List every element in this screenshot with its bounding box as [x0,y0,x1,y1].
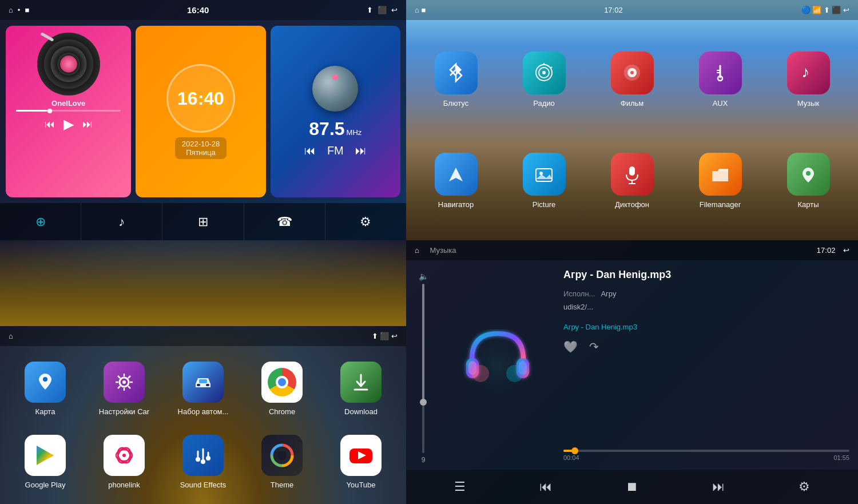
nav-phone[interactable]: ☎ [244,203,325,240]
launcher-theme[interactable]: Theme [245,435,319,489]
svg-point-9 [630,71,634,74]
artist-value: Агру [601,289,616,298]
prev-track-button[interactable]: ⏮ [539,479,552,494]
window-icon[interactable]: ⬛ [378,6,387,14]
artist-label: Исполн... [563,289,595,298]
app-navigator-label: Навигатор [438,200,474,209]
launcher-phonelink-label: phonelink [108,481,140,489]
launcher-gplay-label: Google Play [25,481,66,489]
nav-settings[interactable]: ⚙ [325,203,406,240]
picture-icon [523,153,566,196]
bluetooth-icon [435,51,478,94]
svg-rect-33 [197,384,200,386]
app-dictaphone[interactable]: Диктофон [591,153,673,209]
player-song-info: Агру - Dan Henig.mp3 Исполн... Агру udis… [563,266,849,464]
svg-point-49 [277,451,287,460]
back-icon[interactable]: ↩ [391,6,398,14]
app-aux[interactable]: AUX [679,51,761,108]
window-q2-icon[interactable]: ⬛ [832,6,841,14]
share-button[interactable]: ↷ [589,340,599,354]
song-meta: Исполн... Агру udisk2/... [563,289,849,311]
back-q3-icon[interactable]: ↩ [391,332,398,340]
launcher-download-label: Download [344,407,378,416]
volume-fill [422,284,424,402]
progress-bar[interactable] [563,450,849,452]
launcher-chrome[interactable]: Chrome [245,362,319,416]
clock-date-value: 2022-10-28 [182,140,220,148]
playlist-button[interactable]: ☰ [454,479,466,494]
music-progress-bar[interactable] [16,110,121,112]
eq-settings-button[interactable]: ⚙ [799,479,810,494]
volume-number: 9 [422,456,426,464]
svg-point-24 [122,380,126,384]
clock-day: Пятница [182,148,220,157]
clock-circle: 16:40 [166,64,235,133]
prev-button[interactable]: ⏮ [45,118,55,130]
youtube-icon [340,435,382,476]
window-q3-icon[interactable]: ⬛ [380,332,389,340]
song-link[interactable]: Агру - Dan Henig.mp3 [563,323,849,331]
time-q4: 17:02 [817,246,836,255]
app-maps[interactable]: Карты [767,153,849,209]
launcher-download[interactable]: Download [324,362,398,416]
app-launcher-panel: ⌂ ⬆ ⬛ ↩ Карта Настройки Car [0,240,406,504]
clock-time: 16:40 [177,88,224,109]
nav-music[interactable]: ♪ [81,203,162,240]
launcher-soundfx[interactable]: Sound Effects [166,435,240,489]
next-button[interactable]: ⏭ [82,118,93,130]
theme-icon [261,435,303,476]
app-picture[interactable]: Picture [503,153,585,209]
app-film[interactable]: Фильм [591,51,673,108]
launcher-youtube-label: YouTube [346,481,375,489]
next-track-button[interactable]: ⏭ [712,479,725,494]
headphone-artwork [446,308,549,422]
radio-knob-dot [332,74,338,80]
nav-home[interactable]: ⊕ [0,203,81,240]
radio-next-button[interactable]: ⏭ [355,144,367,157]
play-button[interactable]: ▶ [63,116,74,132]
launcher-karta[interactable]: Карта [9,362,82,416]
app-navigator[interactable]: Навигатор [415,153,497,209]
svg-point-4 [542,71,546,74]
svg-line-6 [551,67,552,68]
back-q4-icon[interactable]: ↩ [843,246,849,255]
double-up-q2-icon[interactable]: ⬆ [824,6,830,14]
double-up-icon[interactable]: ⬆ [367,6,373,14]
clock-widget: 16:40 2022-10-28 Пятница [136,26,265,197]
music-controls: ⏮ ▶ ⏭ [45,116,93,132]
app-radio[interactable]: Радио [503,51,585,108]
nav-apps[interactable]: ⊞ [162,203,244,240]
back-q2-icon[interactable]: ↩ [843,6,849,14]
home-q4-icon[interactable]: ⌂ [415,246,419,255]
stop-button[interactable]: ⏹ [626,479,638,494]
svg-point-46 [201,459,205,464]
launcher-settings-label: Настройки Car [99,407,149,416]
home-icon[interactable]: ⌂ [9,6,13,14]
music-progress-dot [47,109,52,113]
svg-point-11 [718,76,722,81]
like-button[interactable]: 🤍 [563,340,578,354]
player-album-art [440,266,555,464]
music-clock-radio-panel: ⌂ • ■ 16:40 ⬆ ⬛ ↩ OnelLove ⏮ [0,0,406,240]
app-picture-label: Picture [533,200,555,209]
square-icon: ■ [25,6,29,14]
launcher-car[interactable]: Набор автом... [166,362,240,416]
status-bar-q4: ⌂ Музыка 17:02 ↩ [406,240,858,260]
launcher-settings[interactable]: Настройки Car [88,362,161,416]
launcher-phonelink[interactable]: phonelink [88,435,161,489]
volume-track[interactable] [422,284,424,453]
progress-area: 00:04 01:55 [563,444,849,461]
app-filemanager[interactable]: Filemanager [679,153,761,209]
radio-controls: ⏮ FM ⏭ [304,144,367,157]
radio-knob[interactable] [312,66,358,112]
app-bluetooth[interactable]: Блютус [415,51,497,108]
radio-prev-button[interactable]: ⏮ [304,144,316,157]
launcher-gplay[interactable]: Google Play [9,435,82,489]
song-title: Агру - Dan Henig.mp3 [563,269,849,281]
launcher-youtube[interactable]: YouTube [324,435,398,489]
double-up-q3-icon[interactable]: ⬆ [372,332,378,340]
app-music[interactable]: ♪ Музык [767,51,849,108]
status-left-q2: ⌂ ■ [415,6,426,14]
chrome-app-icon [261,362,303,403]
app-grid: Блютус Радио Фильм AUX ♪ Музык [406,20,858,240]
